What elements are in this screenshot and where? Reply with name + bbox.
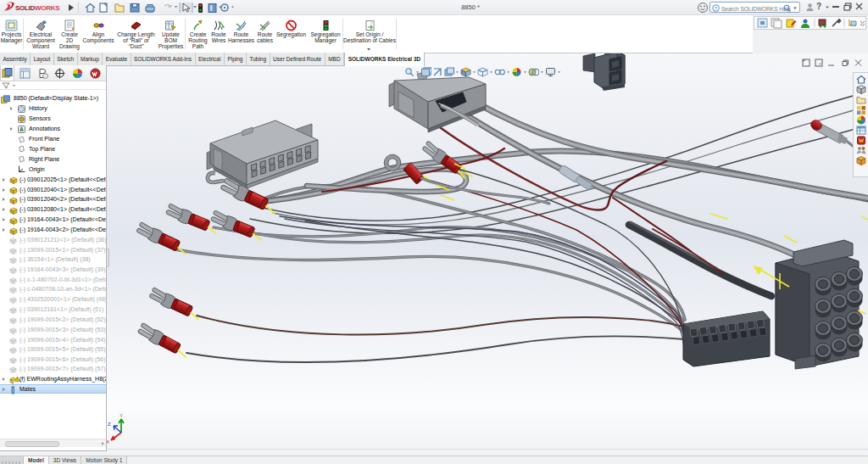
svg-text:?: ? [715, 6, 717, 11]
svg-text:WORKS: WORKS [35, 4, 60, 12]
svg-text:!: ! [17, 377, 18, 382]
svg-text:Y: Y [120, 413, 123, 418]
svg-text:Z: Z [108, 422, 111, 427]
svg-text:SOLID: SOLID [15, 4, 35, 12]
svg-text:A: A [19, 126, 24, 132]
